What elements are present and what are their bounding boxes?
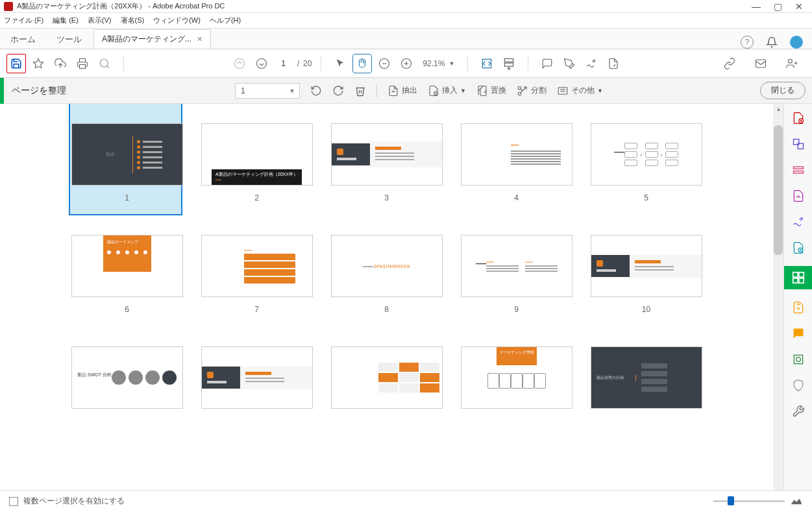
chevron-down-icon: ▾ (290, 86, 294, 95)
scan-ocr-icon[interactable] (791, 352, 806, 367)
cloud-upload-icon[interactable] (51, 54, 70, 73)
page-thumb-13[interactable] (330, 346, 443, 416)
minimize-icon[interactable]: — (752, 1, 761, 12)
edit-pdf-icon[interactable] (791, 162, 806, 178)
page-thumbnails-grid[interactable]: 目次 1 A製品のマーケティング計画（20XX年） (0, 104, 773, 490)
svg-rect-13 (505, 63, 513, 66)
more-button[interactable]: その他 ▼ (557, 85, 603, 97)
delete-button[interactable] (354, 85, 366, 97)
svg-rect-44 (798, 278, 803, 283)
svg-point-5 (256, 58, 266, 68)
extract-button[interactable]: 抽出 (388, 85, 417, 97)
zoom-dropdown[interactable]: 92.1% ▼ (419, 59, 458, 68)
comment-icon[interactable] (537, 54, 557, 73)
chevron-down-icon: ▼ (449, 60, 454, 67)
page-thumb-11[interactable]: 製品 SWOT 分析 (70, 346, 184, 416)
scroll-thumb[interactable] (774, 125, 783, 255)
page-thumb-14[interactable]: マーケティング作戦 (460, 346, 573, 416)
page-indicator: / 20 (274, 59, 312, 68)
page-selector[interactable]: 1 ▾ (235, 83, 300, 99)
page-down-icon[interactable] (252, 54, 271, 73)
page-thumb-4[interactable]: ━━━ 4 (460, 123, 573, 202)
split-button[interactable]: 分割 (517, 85, 547, 97)
share-icon[interactable] (782, 54, 802, 73)
organize-pages-icon[interactable] (784, 266, 813, 289)
hand-icon[interactable] (352, 54, 372, 73)
tab-document[interactable]: A製品のマーケティング... ✕ (93, 29, 211, 49)
zoom-slider[interactable] (713, 500, 785, 502)
chevron-down-icon: ▼ (597, 88, 603, 94)
help-icon[interactable]: ? (741, 36, 754, 49)
avatar[interactable] (790, 36, 803, 49)
export-pdf-icon[interactable] (791, 188, 806, 204)
create-pdf-icon[interactable] (791, 110, 806, 126)
page-thumb-10[interactable]: 10 (589, 235, 703, 314)
page-number: 8 (384, 305, 389, 314)
page-number: 3 (384, 193, 389, 202)
menu-sign[interactable]: 署名(S) (121, 16, 145, 25)
page-thumb-9[interactable]: ━━━━ ━━━ ━━━ 9 (460, 235, 573, 314)
page-number: 2 (254, 193, 259, 202)
menu-window[interactable]: ウィンドウ(W) (153, 16, 201, 25)
page-number: 7 (254, 305, 259, 314)
page-thumb-3[interactable]: 3 (330, 123, 443, 202)
page-thumb-15[interactable]: 製品発売の計画 (589, 346, 703, 416)
protect-icon[interactable] (791, 378, 806, 393)
svg-point-46 (796, 357, 800, 362)
vertical-scrollbar[interactable]: ▴ (773, 104, 783, 490)
star-icon[interactable] (29, 54, 48, 73)
close-icon[interactable]: ✕ (795, 1, 803, 12)
svg-point-23 (518, 92, 521, 95)
page-current-input[interactable] (274, 59, 293, 68)
notifications-icon[interactable] (765, 36, 778, 49)
maximize-icon[interactable]: ▢ (774, 1, 782, 12)
fit-width-icon[interactable] (477, 54, 497, 73)
svg-rect-42 (798, 272, 803, 277)
request-signatures-icon[interactable] (791, 240, 806, 256)
page-thumb-6[interactable]: 製品ロードマップ 6 (70, 235, 184, 314)
comment-rail-icon[interactable] (791, 326, 806, 341)
highlight-icon[interactable] (560, 54, 579, 73)
sign-icon[interactable] (582, 54, 601, 73)
page-thumb-1[interactable]: 目次 1 (70, 123, 184, 202)
rotate-right-button[interactable] (332, 85, 344, 97)
page-thumb-8[interactable]: ━━━━ 24%31%49%51% 8 (330, 235, 443, 314)
scroll-mode-icon[interactable] (499, 54, 519, 73)
tab-home[interactable]: ホーム (0, 29, 46, 49)
insert-button[interactable]: 挿入 ▼ (428, 85, 466, 97)
page-thumb-12[interactable] (200, 346, 314, 416)
zoom-in-icon[interactable] (397, 54, 416, 73)
tabbar: ホーム ツール A製品のマーケティング... ✕ ? (0, 29, 812, 49)
tab-close-icon[interactable]: ✕ (197, 35, 203, 43)
print-icon[interactable] (73, 54, 92, 73)
page-thumb-7[interactable]: ━━━ 7 (200, 235, 314, 314)
menu-view[interactable]: 表示(V) (88, 16, 112, 25)
menu-file[interactable]: ファイル (F) (4, 16, 43, 25)
close-button[interactable]: 閉じる (760, 82, 806, 99)
email-icon[interactable] (751, 54, 770, 73)
fill-sign-icon[interactable] (791, 214, 806, 230)
zoom-out-icon[interactable] (375, 54, 394, 73)
thumbnail-size-icon[interactable] (790, 497, 803, 506)
tab-document-label: A製品のマーケティング... (102, 34, 191, 45)
menu-edit[interactable]: 編集 (E) (53, 16, 79, 25)
rotate-left-button[interactable] (310, 85, 322, 97)
page-thumb-5[interactable]: ━━━━ › › 5 (589, 123, 703, 202)
save-icon[interactable] (6, 54, 26, 73)
multi-select-checkbox[interactable] (9, 497, 18, 506)
page-thumb-2[interactable]: A製品のマーケティング計画（20XX年） ━━━ 2 (200, 123, 314, 202)
svg-rect-28 (558, 87, 567, 94)
page-up-icon[interactable] (230, 54, 249, 73)
tab-tools[interactable]: ツール (46, 29, 92, 49)
replace-button[interactable]: 置換 (476, 85, 506, 97)
more-tools-icon[interactable] (791, 404, 806, 419)
window-title: A製品のマーケティング計画（20XX年） - Adobe Acrobat Pro… (17, 1, 752, 11)
link-icon[interactable] (720, 54, 739, 73)
compress-icon[interactable] (791, 300, 806, 315)
search-icon[interactable] (95, 54, 114, 73)
svg-rect-43 (793, 278, 797, 283)
menu-help[interactable]: ヘルプ(H) (210, 16, 241, 25)
pointer-icon[interactable] (330, 54, 350, 73)
stamp-icon[interactable] (604, 54, 623, 73)
combine-icon[interactable] (791, 136, 806, 152)
